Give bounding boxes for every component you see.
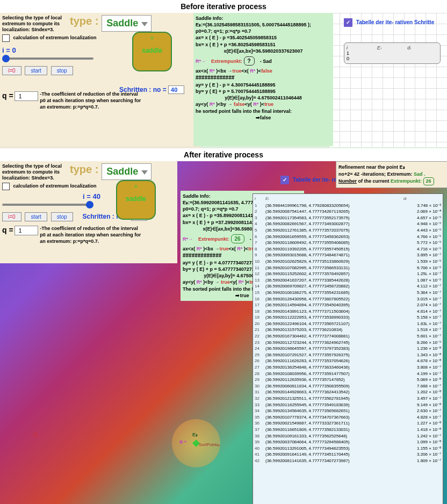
e3-marker: E₃ (192, 432, 198, 437)
table-row: 1(36.59844199961798, 4.779280833205654)3… (255, 203, 441, 209)
iteration-slider[interactable] (2, 200, 93, 209)
iter-th-d: dᵢ (403, 196, 441, 202)
iter-th-i: i (255, 196, 265, 202)
rstar-label: R*→ (183, 236, 193, 242)
table-row: 21(36.59920131575203, 4.777736210834)1.5… (255, 327, 441, 333)
table-row: 16(36.59920126430958, 4.777773607805522)… (255, 296, 441, 303)
table-row: 28(36.59920108039956, 4.777773591477507)… (255, 371, 441, 377)
tabelle-checkbox-row: ✓ Tabelle der ite- rativen Schritte (344, 18, 434, 27)
table-row: 10(36.59920102625829, 4.777735133860929)… (255, 258, 441, 265)
info-ay: ay= y ( E ) - p = 4.300754445188895 (196, 82, 331, 88)
saddle-preview-box: * saddle (132, 32, 172, 71)
left-controls: Selecting the type of local extremum to … (0, 13, 193, 146)
type-dropdown[interactable]: Saddle (102, 163, 152, 180)
schritten-label: Schritten : no = (119, 86, 167, 93)
calc-checkbox-label: calculation of extremum localization (13, 35, 97, 41)
slider-thumb[interactable] (2, 55, 10, 62)
table-row: 40(36.59920113291005, 4.777773494623553)… (255, 445, 441, 452)
calc-checkbox[interactable] (2, 183, 10, 190)
table-row: 11(36.59920107082995, 4.777773586533131)… (255, 265, 441, 271)
tabelle-label: Tabelle der ite- rativen Schritte (356, 19, 434, 25)
table-row: 26(36.59920111626283, 4.777773537054626)… (255, 358, 441, 364)
mini-th-d: dᵢ (407, 45, 438, 51)
table-row: 2(36.59920087541447, 4.777734267119265)2… (255, 208, 441, 215)
q-input[interactable]: 1 (15, 91, 38, 101)
saddle-box-label: saddle (133, 47, 171, 54)
start-button[interactable]: start (25, 66, 47, 75)
info-ay-compare: ay<y( R* )<by → false<y( R* )<true (196, 101, 331, 107)
table-row: 35(36.59920107778374, 4.777734707367663)… (255, 414, 441, 421)
r-star-marker: R * (179, 440, 186, 445)
mini-iteration-table: i Eᵢ dᵢ 1 0 (344, 42, 441, 64)
table-row: 9(36.59920093015688, 4.777773484674871)3… (255, 252, 441, 258)
i0-button[interactable]: i=0 (2, 66, 21, 75)
table-row: 13(36.59920041637207, 4.777773385442628)… (255, 277, 441, 284)
iteration-slider[interactable] (2, 54, 93, 63)
start-button[interactable]: start (25, 212, 47, 221)
after-left-controls: Selecting the type of local extremum to … (0, 161, 177, 263)
calc-checkbox-label: calculation of extremum localization (13, 184, 97, 189)
calc-checkbox[interactable] (2, 34, 10, 42)
info-ax: ax= x ( E ) - p =35.402545059858315 (196, 34, 331, 41)
saddle-dot-icon: * (133, 35, 171, 44)
info-ax-compare: ax<x( R* )<bx →true<x( R* )<false (196, 68, 331, 74)
mini-row-0: 0 (347, 56, 438, 61)
slider-label: i = 0 (2, 46, 16, 54)
sortpoint-marker: SortPoint₂₆ (199, 442, 220, 447)
after-panel: Selecting the type of local extremum to … (0, 161, 447, 504)
stop-button[interactable]: stop (51, 212, 73, 221)
table-row: 39(36.59920037084664, 4.777773294586405)… (255, 439, 441, 445)
q-label: q = (2, 91, 13, 100)
table-row: 19(36.59920112222853, 4.777773538990333)… (255, 314, 441, 321)
info-bx: bx= x ( E ) + p =36.80254598583151 (196, 41, 331, 48)
before-title: Before iterative process (0, 0, 447, 13)
slider-thumb[interactable] (86, 201, 93, 208)
info-e3: E₃:=(36.10254598583151505, 5.00075444518… (196, 21, 331, 28)
table-row: 42(36.59920081141635, 4.777773407273987)… (255, 458, 441, 464)
small-circle-marker (33, 433, 38, 437)
sad-label: - Sad (260, 59, 272, 64)
tabelle-checkbox[interactable]: ✓ (344, 18, 352, 27)
saddle-preview-box: * saddle (116, 180, 156, 220)
slider-label: i = 40 (83, 192, 100, 200)
coeff-text: -The coefficient of reduction of the int… (40, 91, 142, 110)
info-result: ➡false (196, 114, 331, 121)
grid-background (329, 13, 447, 147)
iter-th-e: Eᵢ (265, 196, 403, 202)
extrempunkt-value: ? (244, 56, 255, 66)
saddle-dot-icon: * (117, 183, 155, 192)
q-input[interactable]: 1 (15, 226, 38, 235)
table-row: 7(36.59920118609492, 4.777773555406085)5… (255, 240, 441, 246)
table-row: 29(36.59920112635936, 4.7777357147852)5.… (255, 377, 441, 383)
table-row: 4(36.59920082691567, 4.777773493002877)4… (255, 221, 441, 227)
table-row: 23(36.59920112723244, 4.777773624962745)… (255, 340, 441, 346)
type-dropdown[interactable]: Saddle (102, 15, 152, 32)
table-row: 15(36.59920106186275, 4.777773554231685)… (255, 290, 441, 296)
table-row: 33(36.59920116255945, 4.777773549183639)… (255, 402, 441, 408)
table-row: 20(36.59920122496104, 4.777773565721107)… (255, 321, 441, 327)
extrempunkt-label: Extrempunkt: (198, 236, 229, 242)
extrempunkt-label: Extrempunkt: (211, 59, 242, 64)
info-p0: p0=0.7; q=1; p:=q*p =0.7 (196, 28, 331, 34)
stop-button[interactable]: stop (51, 66, 73, 75)
table-row: 34(36.59920134584635, 4.777773565682651)… (255, 408, 441, 414)
mini-th-i: i (347, 45, 377, 51)
iteration-table[interactable]: i Eᵢ dᵢ 1(36.59844199961798, 4.779280833… (253, 193, 443, 504)
before-panel: Selecting the type of local extremum to … (0, 13, 447, 148)
info-sorted: he sorted point falls into the final int… (196, 108, 331, 114)
saddle-box-label: saddle (117, 195, 155, 203)
table-row: 37(36.59920116651809, 4.777773582133031)… (255, 427, 441, 433)
table-row: 12(36.59920115252602, 4.777773578492857)… (255, 271, 441, 277)
table-row: 24(36.59920198645597, 4.777773797352383)… (255, 345, 441, 352)
table-row: 31(36.59920144928663, 4.777773624413542)… (255, 389, 441, 395)
table-row: 6(36.59920081659555, 4.777773458362653)4… (255, 234, 441, 240)
tabelle-checkbox[interactable]: ✓ (280, 176, 289, 184)
refinement-info: Refinement near the point E₃ no+2= 42 -i… (336, 161, 447, 188)
no-input[interactable]: 40 (168, 85, 184, 94)
info-xe: x(E)∈[ax,bx]=36.598020337623007 (196, 48, 331, 54)
table-row: 25(36.59920107291527, 4.777773557926375)… (255, 352, 441, 358)
select-type-text: Selecting the type of local extremum to … (2, 15, 67, 32)
i0-button[interactable]: i=0 (2, 212, 21, 221)
q-label: q = (2, 226, 13, 234)
table-row: 27(36.59920136254848, 4.777773633460436)… (255, 364, 441, 371)
